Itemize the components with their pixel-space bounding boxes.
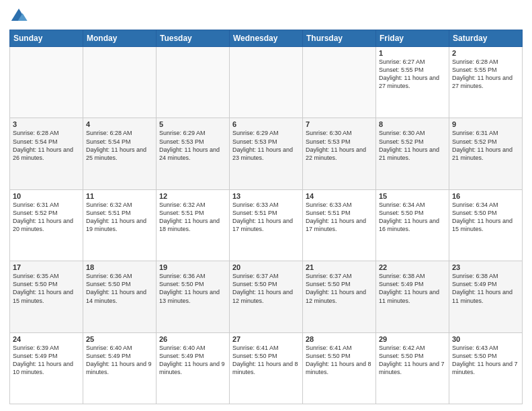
day-info: Sunrise: 6:32 AM Sunset: 5:51 PM Dayligh… <box>86 201 153 234</box>
weekday-wednesday: Wednesday <box>230 30 303 47</box>
calendar-cell: 28Sunrise: 6:41 AM Sunset: 5:50 PM Dayli… <box>303 332 376 404</box>
day-number: 22 <box>379 263 446 271</box>
calendar-cell: 5Sunrise: 6:29 AM Sunset: 5:53 PM Daylig… <box>157 118 230 189</box>
weekday-tuesday: Tuesday <box>157 30 230 47</box>
day-info: Sunrise: 6:35 AM Sunset: 5:50 PM Dayligh… <box>13 272 80 305</box>
week-row-3: 10Sunrise: 6:31 AM Sunset: 5:52 PM Dayli… <box>10 189 523 261</box>
calendar: SundayMondayTuesdayWednesdayThursdayFrid… <box>9 30 523 404</box>
calendar-cell: 17Sunrise: 6:35 AM Sunset: 5:50 PM Dayli… <box>10 261 83 332</box>
day-number: 14 <box>306 192 373 200</box>
calendar-cell: 29Sunrise: 6:42 AM Sunset: 5:50 PM Dayli… <box>376 332 449 404</box>
header <box>9 7 523 26</box>
weekday-header-row: SundayMondayTuesdayWednesdayThursdayFrid… <box>10 30 523 47</box>
day-info: Sunrise: 6:30 AM Sunset: 5:53 PM Dayligh… <box>306 129 373 162</box>
day-info: Sunrise: 6:39 AM Sunset: 5:49 PM Dayligh… <box>13 344 80 377</box>
calendar-cell: 13Sunrise: 6:33 AM Sunset: 5:51 PM Dayli… <box>230 189 303 261</box>
calendar-cell: 2Sunrise: 6:28 AM Sunset: 5:55 PM Daylig… <box>449 47 523 118</box>
weekday-saturday: Saturday <box>449 30 523 47</box>
calendar-cell <box>303 47 376 118</box>
calendar-cell: 7Sunrise: 6:30 AM Sunset: 5:53 PM Daylig… <box>303 118 376 189</box>
day-info: Sunrise: 6:38 AM Sunset: 5:49 PM Dayligh… <box>379 272 446 305</box>
day-info: Sunrise: 6:33 AM Sunset: 5:51 PM Dayligh… <box>232 201 300 234</box>
day-number: 27 <box>232 335 300 343</box>
day-info: Sunrise: 6:41 AM Sunset: 5:50 PM Dayligh… <box>232 344 300 377</box>
day-info: Sunrise: 6:33 AM Sunset: 5:51 PM Dayligh… <box>306 201 373 234</box>
day-info: Sunrise: 6:40 AM Sunset: 5:49 PM Dayligh… <box>159 344 226 377</box>
day-number: 4 <box>86 120 153 128</box>
day-number: 2 <box>452 49 519 57</box>
day-number: 19 <box>159 263 226 271</box>
calendar-cell: 14Sunrise: 6:33 AM Sunset: 5:51 PM Dayli… <box>303 189 376 261</box>
day-number: 25 <box>86 335 153 343</box>
calendar-cell: 3Sunrise: 6:28 AM Sunset: 5:54 PM Daylig… <box>10 118 83 189</box>
week-row-2: 3Sunrise: 6:28 AM Sunset: 5:54 PM Daylig… <box>10 118 523 189</box>
weekday-thursday: Thursday <box>303 30 376 47</box>
day-info: Sunrise: 6:42 AM Sunset: 5:50 PM Dayligh… <box>379 344 446 377</box>
calendar-cell: 20Sunrise: 6:37 AM Sunset: 5:50 PM Dayli… <box>230 261 303 332</box>
calendar-cell: 24Sunrise: 6:39 AM Sunset: 5:49 PM Dayli… <box>10 332 83 404</box>
calendar-cell: 10Sunrise: 6:31 AM Sunset: 5:52 PM Dayli… <box>10 189 83 261</box>
calendar-cell: 27Sunrise: 6:41 AM Sunset: 5:50 PM Dayli… <box>230 332 303 404</box>
calendar-cell: 6Sunrise: 6:29 AM Sunset: 5:53 PM Daylig… <box>230 118 303 189</box>
calendar-cell: 16Sunrise: 6:34 AM Sunset: 5:50 PM Dayli… <box>449 189 523 261</box>
weekday-sunday: Sunday <box>10 30 83 47</box>
day-number: 28 <box>306 335 373 343</box>
day-info: Sunrise: 6:27 AM Sunset: 5:55 PM Dayligh… <box>379 58 446 91</box>
calendar-cell <box>157 47 230 118</box>
day-info: Sunrise: 6:37 AM Sunset: 5:50 PM Dayligh… <box>232 272 300 305</box>
day-info: Sunrise: 6:31 AM Sunset: 5:52 PM Dayligh… <box>452 129 519 162</box>
day-number: 24 <box>13 335 80 343</box>
calendar-cell: 30Sunrise: 6:43 AM Sunset: 5:50 PM Dayli… <box>449 332 523 404</box>
week-row-1: 1Sunrise: 6:27 AM Sunset: 5:55 PM Daylig… <box>10 47 523 118</box>
calendar-cell <box>83 47 157 118</box>
day-number: 30 <box>452 335 519 343</box>
calendar-cell: 11Sunrise: 6:32 AM Sunset: 5:51 PM Dayli… <box>83 189 157 261</box>
calendar-cell: 8Sunrise: 6:30 AM Sunset: 5:52 PM Daylig… <box>376 118 449 189</box>
day-number: 23 <box>452 263 519 271</box>
calendar-cell: 19Sunrise: 6:36 AM Sunset: 5:50 PM Dayli… <box>157 261 230 332</box>
logo <box>9 7 31 26</box>
day-info: Sunrise: 6:36 AM Sunset: 5:50 PM Dayligh… <box>159 272 226 305</box>
day-info: Sunrise: 6:28 AM Sunset: 5:55 PM Dayligh… <box>452 58 519 91</box>
day-number: 12 <box>159 192 226 200</box>
day-info: Sunrise: 6:28 AM Sunset: 5:54 PM Dayligh… <box>86 129 153 162</box>
day-number: 16 <box>452 192 519 200</box>
day-number: 9 <box>452 120 519 128</box>
day-info: Sunrise: 6:37 AM Sunset: 5:50 PM Dayligh… <box>306 272 373 305</box>
day-number: 1 <box>379 49 446 57</box>
calendar-cell: 26Sunrise: 6:40 AM Sunset: 5:49 PM Dayli… <box>157 332 230 404</box>
day-info: Sunrise: 6:34 AM Sunset: 5:50 PM Dayligh… <box>452 201 519 234</box>
day-number: 10 <box>13 192 80 200</box>
weekday-friday: Friday <box>376 30 449 47</box>
day-number: 15 <box>379 192 446 200</box>
day-number: 20 <box>232 263 300 271</box>
day-number: 8 <box>379 120 446 128</box>
day-info: Sunrise: 6:41 AM Sunset: 5:50 PM Dayligh… <box>306 344 373 377</box>
day-number: 6 <box>232 120 300 128</box>
week-row-5: 24Sunrise: 6:39 AM Sunset: 5:49 PM Dayli… <box>10 332 523 404</box>
day-number: 11 <box>86 192 153 200</box>
day-info: Sunrise: 6:38 AM Sunset: 5:49 PM Dayligh… <box>452 272 519 305</box>
calendar-cell: 1Sunrise: 6:27 AM Sunset: 5:55 PM Daylig… <box>376 47 449 118</box>
day-number: 7 <box>306 120 373 128</box>
logo-icon <box>9 7 28 26</box>
day-info: Sunrise: 6:30 AM Sunset: 5:52 PM Dayligh… <box>379 129 446 162</box>
day-info: Sunrise: 6:36 AM Sunset: 5:50 PM Dayligh… <box>86 272 153 305</box>
calendar-cell: 15Sunrise: 6:34 AM Sunset: 5:50 PM Dayli… <box>376 189 449 261</box>
calendar-cell: 25Sunrise: 6:40 AM Sunset: 5:49 PM Dayli… <box>83 332 157 404</box>
day-number: 21 <box>306 263 373 271</box>
page: SundayMondayTuesdayWednesdayThursdayFrid… <box>0 0 532 411</box>
day-info: Sunrise: 6:29 AM Sunset: 5:53 PM Dayligh… <box>159 129 226 162</box>
day-number: 18 <box>86 263 153 271</box>
calendar-cell: 22Sunrise: 6:38 AM Sunset: 5:49 PM Dayli… <box>376 261 449 332</box>
calendar-cell: 18Sunrise: 6:36 AM Sunset: 5:50 PM Dayli… <box>83 261 157 332</box>
day-number: 17 <box>13 263 80 271</box>
day-info: Sunrise: 6:29 AM Sunset: 5:53 PM Dayligh… <box>232 129 300 162</box>
day-info: Sunrise: 6:32 AM Sunset: 5:51 PM Dayligh… <box>159 201 226 234</box>
calendar-cell: 12Sunrise: 6:32 AM Sunset: 5:51 PM Dayli… <box>157 189 230 261</box>
calendar-cell: 4Sunrise: 6:28 AM Sunset: 5:54 PM Daylig… <box>83 118 157 189</box>
day-number: 5 <box>159 120 226 128</box>
calendar-cell <box>230 47 303 118</box>
calendar-cell: 21Sunrise: 6:37 AM Sunset: 5:50 PM Dayli… <box>303 261 376 332</box>
calendar-cell <box>10 47 83 118</box>
